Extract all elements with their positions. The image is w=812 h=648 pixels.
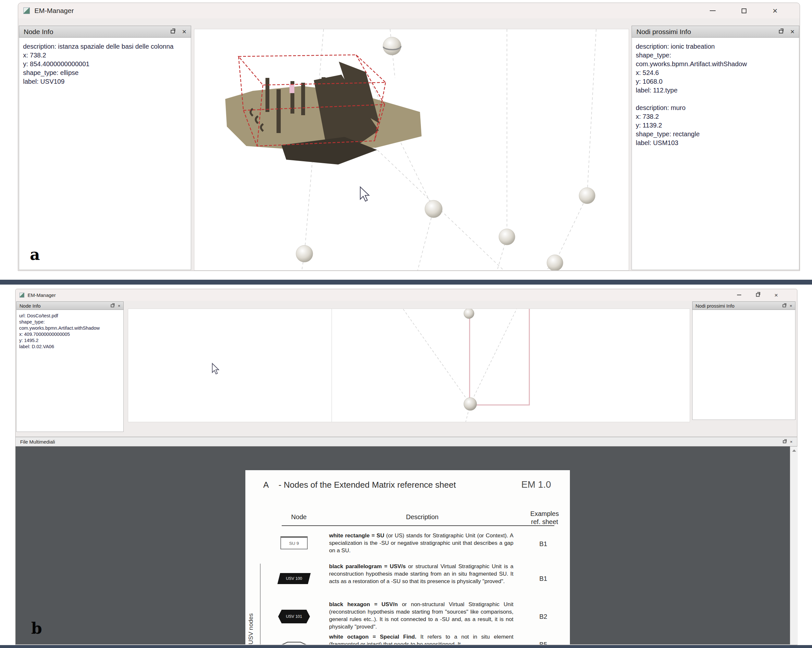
node-info-line: com.yworks.bpmn.Artifact.withShadow bbox=[19, 325, 121, 331]
app-icon bbox=[20, 293, 24, 297]
example-ref: B1 bbox=[527, 575, 560, 582]
sphere-node[interactable] bbox=[464, 398, 477, 410]
usv-nodes-side-label: USV nodes bbox=[247, 563, 255, 645]
selected-edges-pink bbox=[470, 309, 529, 405]
float-panel-icon[interactable] bbox=[111, 304, 114, 307]
column-header-examples: Examples ref. sheet bbox=[522, 510, 567, 526]
close-panel-icon[interactable]: × bbox=[790, 439, 792, 444]
info-line: y: 1139.2 bbox=[636, 121, 795, 130]
sphere-node[interactable] bbox=[499, 229, 515, 245]
close-button[interactable]: × bbox=[767, 290, 785, 300]
node-info-line: label: USV109 bbox=[23, 77, 187, 86]
node-info-titlebar[interactable]: Node Info × bbox=[16, 302, 124, 310]
close-panel-icon[interactable]: × bbox=[790, 28, 794, 35]
node-info-titlebar[interactable]: Node Info × bbox=[19, 26, 191, 38]
titlebar-a[interactable]: EM-Manager × bbox=[18, 3, 800, 18]
info-line: com.yworks.bpmn.Artifact.withShadow bbox=[636, 60, 795, 69]
panel-a-label: a bbox=[30, 245, 40, 264]
float-panel-icon[interactable] bbox=[171, 30, 175, 34]
nodi-prossimi-title: Nodi prossimi Info bbox=[696, 303, 734, 309]
node-info-line: y: 854.4000000000001 bbox=[23, 60, 187, 69]
close-panel-icon[interactable]: × bbox=[182, 28, 186, 35]
restore-button[interactable] bbox=[748, 290, 767, 300]
cursor-icon bbox=[360, 187, 369, 201]
sphere-node[interactable] bbox=[296, 245, 313, 262]
node-info-title: Node Info bbox=[24, 28, 53, 36]
close-icon: × bbox=[772, 6, 777, 15]
window-title: EM-Manager bbox=[34, 7, 74, 15]
info-line: label: 112.type bbox=[636, 86, 795, 95]
media-viewer-area[interactable]: A- Nodes of the Extended Matrix referenc… bbox=[15, 447, 790, 645]
node-info-line: x: 738.2 bbox=[23, 51, 187, 60]
float-panel-icon[interactable] bbox=[783, 440, 786, 443]
titlebar-b[interactable]: EM-Manager × bbox=[15, 289, 797, 301]
node-info-line: y: 1495.2 bbox=[19, 337, 121, 344]
figure-bottom-frame bbox=[0, 645, 812, 648]
node-info-line: shape_type: ellipse bbox=[23, 69, 187, 77]
panel-b-label: b bbox=[31, 619, 42, 637]
node-info-content: description: istanza spaziale delle basi… bbox=[19, 38, 191, 90]
nodi-prossimi-content bbox=[692, 310, 795, 420]
float-panel-icon[interactable] bbox=[779, 30, 783, 34]
node-info-panel: Node Info × url: DosCo/test.pdf shape_ty… bbox=[16, 302, 124, 432]
figure-divider bbox=[0, 280, 812, 285]
3d-terrain-model[interactable] bbox=[225, 62, 421, 165]
reference-sheet-page: A- Nodes of the Extended Matrix referenc… bbox=[245, 470, 570, 645]
info-line: shape_type: rectangle bbox=[636, 130, 795, 139]
node-info-title: Node Info bbox=[20, 303, 41, 309]
minimize-button[interactable] bbox=[697, 4, 728, 17]
close-panel-icon[interactable]: × bbox=[790, 303, 792, 308]
sphere-node[interactable] bbox=[425, 200, 443, 218]
em-manager-window-a: EM-Manager × Node Info × description: is… bbox=[18, 3, 800, 271]
document-version: EM 1.0 bbox=[521, 479, 551, 490]
sphere-node[interactable] bbox=[464, 309, 474, 319]
info-line: label: USM103 bbox=[636, 139, 795, 147]
scroll-up-button[interactable] bbox=[790, 447, 798, 454]
em-manager-window-b: EM-Manager × Node Info × url: DosCo/test… bbox=[15, 289, 797, 645]
float-panel-icon[interactable] bbox=[783, 304, 786, 307]
node-info-line: label: D.02.VA06 bbox=[19, 344, 121, 350]
node-info-line: shape_type: bbox=[19, 319, 121, 325]
usv-parallelogram-shape: USV 100 bbox=[278, 573, 311, 584]
usv-hexagon-shape: USV 101 bbox=[278, 610, 310, 624]
table-header-rule bbox=[282, 525, 554, 526]
document-title: A- Nodes of the Extended Matrix referenc… bbox=[263, 480, 456, 490]
example-ref: B5 bbox=[527, 641, 560, 645]
file-multimediali-titlebar[interactable]: File Multimediali × bbox=[15, 437, 797, 447]
sphere-node[interactable] bbox=[383, 37, 401, 55]
media-viewer-scrollbar[interactable] bbox=[790, 447, 798, 645]
close-icon: × bbox=[774, 292, 778, 298]
sphere-node[interactable] bbox=[547, 255, 563, 270]
graph-node-spheres[interactable] bbox=[464, 309, 477, 410]
example-ref: B1 bbox=[527, 540, 560, 548]
file-multimediali-title: File Multimediali bbox=[20, 439, 55, 445]
info-line: y: 1068.0 bbox=[636, 77, 795, 86]
info-line: shape_type: bbox=[636, 51, 795, 60]
scroll-up-icon bbox=[792, 450, 796, 452]
restore-icon bbox=[756, 293, 759, 297]
3d-viewport[interactable] bbox=[194, 29, 629, 271]
maximize-button[interactable] bbox=[728, 4, 759, 17]
minimize-icon bbox=[737, 295, 741, 295]
close-panel-icon[interactable]: × bbox=[118, 303, 121, 308]
close-button[interactable]: × bbox=[759, 4, 791, 17]
usv-nodes-bracket-line bbox=[260, 564, 261, 645]
example-ref: B2 bbox=[527, 613, 560, 621]
minimize-button[interactable] bbox=[730, 290, 748, 300]
nodi-prossimi-titlebar[interactable]: Nodi prossimi Info × bbox=[692, 302, 795, 310]
document-section-letter: A bbox=[263, 480, 269, 489]
info-line: x: 524.6 bbox=[636, 69, 795, 77]
su-rectangle-shape: SU 9 bbox=[281, 537, 308, 549]
nodi-prossimi-title: Nodi prossimi Info bbox=[636, 28, 691, 36]
nodi-prossimi-titlebar[interactable]: Nodi prossimi Info × bbox=[632, 26, 799, 38]
nodi-prossimi-panel: Nodi prossimi Info × bbox=[692, 302, 795, 420]
pink-element bbox=[290, 84, 295, 93]
info-line: x: 738.2 bbox=[636, 112, 795, 121]
nodi-prossimi-content: description: ionic trabeation shape_type… bbox=[632, 38, 799, 152]
sphere-node[interactable] bbox=[579, 188, 595, 204]
graph-viewport[interactable] bbox=[128, 309, 690, 422]
column-header-node: Node bbox=[279, 513, 318, 521]
figure-root: EM-Manager × Node Info × description: is… bbox=[0, 0, 812, 648]
window-title: EM-Manager bbox=[27, 292, 56, 298]
minimize-icon bbox=[710, 11, 716, 11]
